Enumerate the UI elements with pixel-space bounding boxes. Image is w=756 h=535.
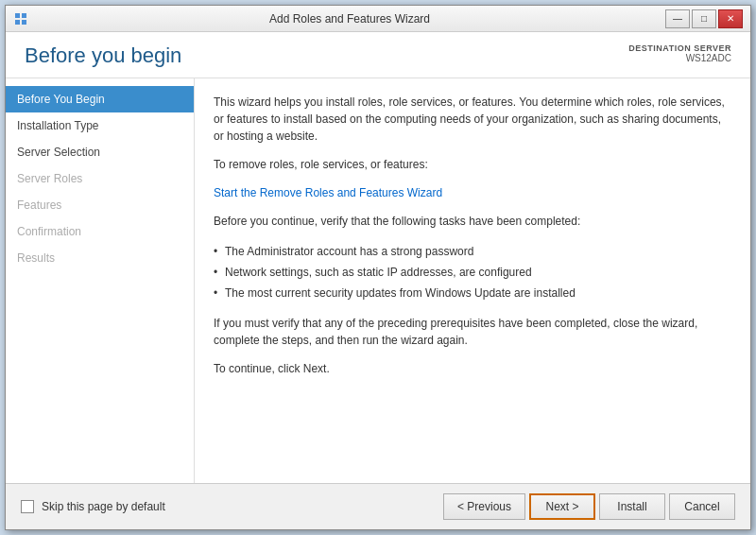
sidebar-item-before-you-begin[interactable]: Before You Begin xyxy=(6,86,194,112)
sidebar-item-features: Features xyxy=(6,192,194,218)
skip-label: Skip this page by default xyxy=(42,500,165,513)
remove-link[interactable]: Start the Remove Roles and Features Wiza… xyxy=(214,186,442,199)
cancel-button[interactable]: Cancel xyxy=(669,493,735,520)
content-area: Before You Begin Installation Type Serve… xyxy=(6,78,750,483)
list-item: The most current security updates from W… xyxy=(214,283,731,303)
destination-label: DESTINATION SERVER xyxy=(628,43,731,53)
button-group: < Previous Next > Install Cancel xyxy=(443,493,735,520)
skip-area: Skip this page by default xyxy=(21,500,165,513)
svg-rect-2 xyxy=(15,20,20,25)
prerequisites-list: The Administrator account has a strong p… xyxy=(214,241,731,303)
window-icon xyxy=(13,11,28,26)
main-content: This wizard helps you install roles, rol… xyxy=(195,78,750,483)
sidebar-item-installation-type[interactable]: Installation Type xyxy=(6,112,194,139)
destination-name: WS12ADC xyxy=(628,53,731,63)
close-button[interactable]: ✕ xyxy=(718,9,743,28)
skip-checkbox[interactable] xyxy=(21,500,34,513)
note-paragraph: If you must verify that any of the prece… xyxy=(214,315,731,349)
sidebar-item-server-selection[interactable]: Server Selection xyxy=(6,139,194,165)
remove-header: To remove roles, role services, or featu… xyxy=(214,156,731,173)
sidebar: Before You Begin Installation Type Serve… xyxy=(6,78,195,483)
list-item: The Administrator account has a strong p… xyxy=(214,241,731,262)
window-title: Add Roles and Features Wizard xyxy=(34,12,665,26)
maximize-button[interactable]: □ xyxy=(692,9,716,28)
page-header: Before you begin DESTINATION SERVER WS12… xyxy=(6,32,750,78)
previous-button[interactable]: < Previous xyxy=(443,493,525,520)
footer: Skip this page by default < Previous Nex… xyxy=(6,483,750,529)
list-item: Network settings, such as static IP addr… xyxy=(214,262,731,283)
continue-text: To continue, click Next. xyxy=(214,360,731,377)
window-controls: — □ ✕ xyxy=(665,9,743,28)
sidebar-item-server-roles: Server Roles xyxy=(6,165,194,192)
svg-rect-1 xyxy=(22,13,26,18)
install-button[interactable]: Install xyxy=(599,493,665,520)
verify-header: Before you continue, verify that the fol… xyxy=(214,213,731,230)
titlebar: Add Roles and Features Wizard — □ ✕ xyxy=(6,6,750,32)
page-title: Before you begin xyxy=(25,43,181,68)
svg-rect-0 xyxy=(15,13,20,18)
svg-rect-3 xyxy=(22,20,26,25)
minimize-button[interactable]: — xyxy=(665,9,690,28)
sidebar-item-results: Results xyxy=(6,245,194,271)
destination-server-info: DESTINATION SERVER WS12ADC xyxy=(628,43,731,63)
wizard-window: Add Roles and Features Wizard — □ ✕ Befo… xyxy=(5,5,751,530)
next-button[interactable]: Next > xyxy=(529,493,595,520)
sidebar-item-confirmation: Confirmation xyxy=(6,218,194,245)
intro-paragraph: This wizard helps you install roles, rol… xyxy=(214,94,731,145)
